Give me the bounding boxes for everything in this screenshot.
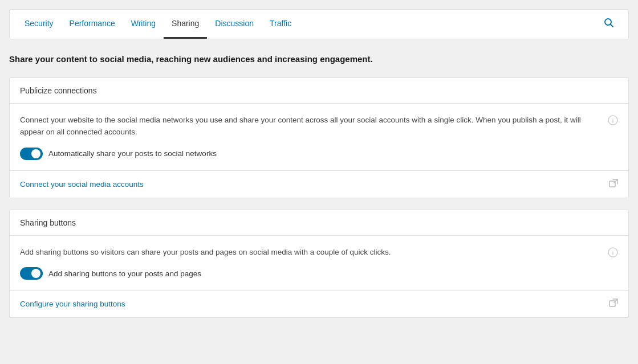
svg-text:i: i — [612, 117, 613, 124]
publicize-body-content: Connect your website to the social media… — [20, 114, 601, 160]
configure-sharing-link[interactable]: Configure your sharing buttons — [20, 300, 125, 308]
publicize-toggle-label: Automatically share your posts to social… — [48, 149, 217, 158]
publicize-toggle[interactable] — [20, 148, 43, 160]
publicize-header: Publicize connections — [10, 78, 628, 104]
tab-discussion[interactable]: Discussion — [207, 10, 262, 39]
sharing-buttons-external-icon[interactable] — [609, 298, 618, 309]
sharing-buttons-info-icon[interactable]: i — [608, 247, 618, 260]
publicize-section: Publicize connections Connect your websi… — [9, 77, 629, 198]
tab-bar: Security Performance Writing Sharing Dis… — [9, 9, 629, 39]
connect-social-link[interactable]: Connect your social media accounts — [20, 180, 144, 189]
publicize-toggle-row: Automatically share your posts to social… — [20, 148, 601, 160]
publicize-description: Connect your website to the social media… — [20, 114, 601, 138]
sharing-buttons-header: Sharing buttons — [10, 210, 628, 236]
tab-writing[interactable]: Writing — [123, 10, 164, 39]
publicize-footer: Connect your social media accounts — [10, 171, 628, 198]
svg-text:i: i — [612, 249, 613, 256]
sharing-buttons-body-content: Add sharing buttons so visitors can shar… — [20, 246, 601, 280]
search-icon[interactable] — [596, 10, 621, 38]
sharing-buttons-toggle-row: Add sharing buttons to your posts and pa… — [20, 267, 601, 280]
tab-performance[interactable]: Performance — [62, 10, 123, 39]
sharing-buttons-body: Add sharing buttons so visitors can shar… — [10, 236, 628, 291]
tab-security[interactable]: Security — [17, 10, 62, 39]
sharing-buttons-footer: Configure your sharing buttons — [10, 291, 628, 317]
tab-traffic[interactable]: Traffic — [262, 10, 299, 39]
sharing-buttons-toggle[interactable] — [20, 267, 43, 280]
publicize-external-icon[interactable] — [609, 179, 618, 190]
svg-line-1 — [611, 24, 613, 27]
page-heading: Share your content to social media, reac… — [9, 53, 629, 66]
sharing-buttons-section: Sharing buttons Add sharing buttons so v… — [9, 210, 629, 318]
main-container: Security Performance Writing Sharing Dis… — [9, 9, 629, 318]
sharing-buttons-description: Add sharing buttons so visitors can shar… — [20, 246, 601, 259]
tab-sharing[interactable]: Sharing — [164, 10, 207, 39]
publicize-body: Connect your website to the social media… — [10, 104, 628, 171]
sharing-buttons-toggle-label: Add sharing buttons to your posts and pa… — [48, 269, 201, 278]
publicize-info-icon[interactable]: i — [608, 115, 618, 128]
